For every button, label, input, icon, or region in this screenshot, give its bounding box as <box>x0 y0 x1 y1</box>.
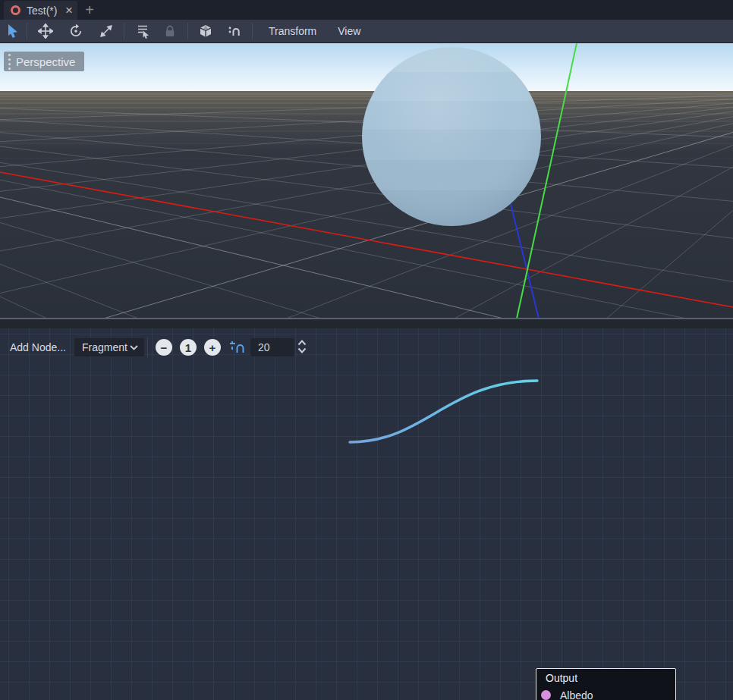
lock-button[interactable] <box>159 21 181 41</box>
grid-snap-icon <box>229 339 246 356</box>
spinner-down-icon <box>297 347 307 353</box>
list-select-icon <box>135 24 150 39</box>
graph-toolbar-separator <box>147 337 148 357</box>
toolbar-separator <box>124 23 124 39</box>
perspective-label: Perspective <box>16 55 75 68</box>
rotate-tool-button[interactable] <box>64 21 87 41</box>
panel-splitter[interactable] <box>0 318 733 328</box>
scale-icon <box>99 24 114 39</box>
snap-toggle-button[interactable] <box>223 21 246 41</box>
port-label: Albedo <box>560 689 593 700</box>
viewport-render <box>0 43 733 318</box>
toolbar-separator <box>27 23 27 39</box>
tab-close-icon[interactable]: × <box>65 4 73 17</box>
new-tab-button[interactable]: + <box>80 0 99 20</box>
snap-step-value: 20 <box>258 341 270 353</box>
connection-wire[interactable] <box>350 381 537 442</box>
move-tool-button[interactable] <box>34 21 57 41</box>
view-menu[interactable]: View <box>327 21 371 41</box>
sky <box>0 43 733 92</box>
snap-icon <box>227 24 242 39</box>
list-select-tool-button[interactable] <box>131 21 154 41</box>
output-node[interactable]: Output AlbedoAlphaMetallicRoughnessSpecu… <box>536 668 676 700</box>
spatial-editor-toolbar: Transform View <box>0 20 733 43</box>
wire-layer <box>0 328 733 700</box>
output-port-row: Albedo <box>536 687 675 700</box>
select-arrow-icon <box>5 24 20 39</box>
zoom-in-button[interactable]: + <box>204 339 221 356</box>
grid-snap-toggle[interactable] <box>229 339 246 359</box>
cube-icon <box>198 24 213 39</box>
sphere-mesh[interactable] <box>362 47 541 226</box>
3d-viewport[interactable]: Perspective <box>0 43 733 318</box>
scene-tab-bar: Test(*) × + <box>0 0 733 20</box>
visual-shader-graph[interactable]: Add Node... Fragment − 1 + 20 Boolean <box>0 328 733 700</box>
scale-tool-button[interactable] <box>95 21 118 41</box>
shader-resource-icon <box>11 5 20 15</box>
shader-stage-dropdown[interactable]: Fragment <box>74 338 144 356</box>
select-tool-button[interactable] <box>2 21 24 41</box>
perspective-menu-button[interactable]: Perspective <box>4 52 84 71</box>
snap-step-spinner[interactable] <box>297 340 307 353</box>
toolbar-separator <box>187 23 188 39</box>
zoom-reset-button[interactable]: 1 <box>180 339 197 356</box>
lock-icon <box>163 24 177 38</box>
grip-dots-icon <box>8 54 11 70</box>
scene-tab-active[interactable]: Test(*) × <box>4 1 77 20</box>
add-node-button[interactable]: Add Node... <box>10 341 66 353</box>
move-icon <box>38 24 53 39</box>
chevron-down-icon <box>130 345 138 350</box>
transform-menu[interactable]: Transform <box>258 21 327 41</box>
output-node-title: Output <box>536 669 675 687</box>
scene-tab-label: Test(*) <box>27 5 65 17</box>
output-ports: AlbedoAlphaMetallicRoughnessSpecularEmis… <box>536 687 675 700</box>
toolbar-separator <box>252 23 253 39</box>
spinner-up-icon <box>297 340 307 346</box>
rotate-icon <box>68 24 83 39</box>
zoom-out-button[interactable]: − <box>156 339 172 356</box>
snap-step-field[interactable]: 20 <box>250 338 294 356</box>
port-dot[interactable] <box>541 690 551 700</box>
local-space-button[interactable] <box>194 21 217 41</box>
shader-stage-value: Fragment <box>82 341 130 353</box>
